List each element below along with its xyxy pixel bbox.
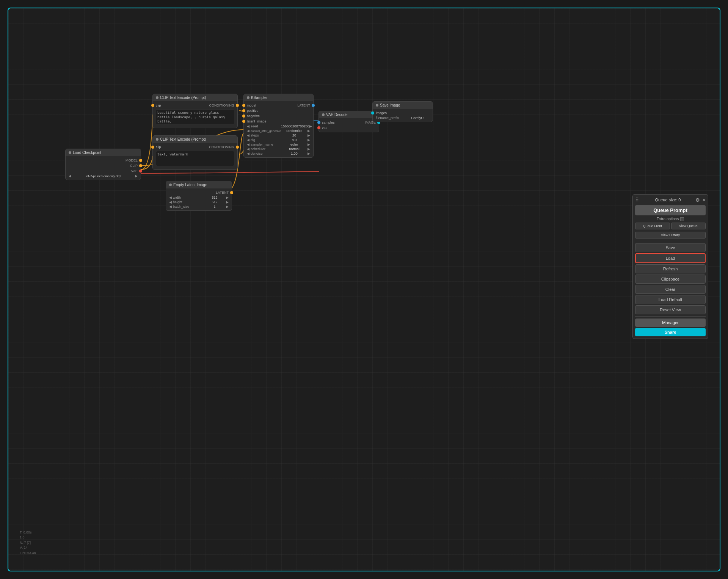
denoise-right[interactable]: ▶ <box>308 152 310 155</box>
gear-icon[interactable]: ⚙ <box>695 197 700 203</box>
load-default-button[interactable]: Load Default <box>635 295 706 304</box>
denoise-label: denoise <box>251 152 281 155</box>
clear-button[interactable]: Clear <box>635 285 706 294</box>
batch-value: 1 <box>203 205 226 209</box>
samples-label: samples <box>322 121 335 124</box>
vae-decode-body: samples IMAGE vae <box>319 118 379 132</box>
seed-label: seed <box>251 124 281 128</box>
node-dot <box>69 151 71 154</box>
canvas-area[interactable]: Load Checkpoint MODEL CLIP VAE ◀ v1-5-pr <box>8 8 720 571</box>
clip2-output-port[interactable] <box>236 146 239 149</box>
save-dot <box>376 104 378 107</box>
clip-text-encode-2-body: clip CONDITIONING <box>153 143 237 169</box>
refresh-button[interactable]: Refresh <box>635 264 706 273</box>
control-left[interactable]: ◀ <box>247 129 249 133</box>
sampler-right[interactable]: ▶ <box>308 143 310 146</box>
clip-text-encode-1-node: CLIP Text Encode (Prompt) clip CONDITION… <box>152 94 238 128</box>
latent-in-row: latent_image <box>244 119 313 124</box>
save-button[interactable]: Save <box>635 243 706 252</box>
clip-text-encode-2-header: CLIP Text Encode (Prompt) <box>153 136 237 143</box>
clip-text-encode-2-title: CLIP Text Encode (Prompt) <box>160 137 206 141</box>
vae-dot <box>322 113 325 116</box>
steps-left[interactable]: ◀ <box>247 133 249 137</box>
sampler-left[interactable]: ◀ <box>247 143 249 146</box>
images-in-label: images <box>376 111 387 115</box>
panel-header-icons: ⚙ ✕ <box>695 197 706 203</box>
clip2-input-row: clip CONDITIONING <box>153 144 237 150</box>
width-value: 512 <box>203 196 226 199</box>
vae-in-port[interactable] <box>317 126 320 129</box>
control-right[interactable]: ▶ <box>308 129 310 133</box>
latent-out-port[interactable] <box>312 104 315 107</box>
stat-line2: 1.0 <box>20 535 36 540</box>
cfg-right[interactable]: ▶ <box>308 138 310 142</box>
width-left[interactable]: ◀ <box>169 196 172 199</box>
queue-front-button[interactable]: Queue Front <box>635 223 670 229</box>
model-output-port[interactable] <box>139 159 142 162</box>
cfg-left[interactable]: ◀ <box>247 138 249 142</box>
seed-left[interactable]: ◀ <box>247 124 249 128</box>
images-in-port[interactable] <box>371 111 374 115</box>
steps-label: steps <box>251 133 281 137</box>
close-icon[interactable]: ✕ <box>702 198 706 202</box>
share-button[interactable]: Share <box>635 328 706 336</box>
ckpt-arrow-left[interactable]: ◀ <box>69 174 71 178</box>
scheduler-left[interactable]: ◀ <box>247 147 249 151</box>
batch-left[interactable]: ◀ <box>169 205 172 209</box>
reset-view-button[interactable]: Reset View <box>635 305 706 314</box>
extra-options-checkbox[interactable] <box>680 217 684 221</box>
denoise-left[interactable]: ◀ <box>247 152 249 155</box>
height-right[interactable]: ▶ <box>226 200 229 204</box>
cfg-value: 8.0 <box>281 138 308 142</box>
latent-in-label: latent_image <box>247 119 267 123</box>
height-left[interactable]: ◀ <box>169 200 172 204</box>
ckpt-value: v1-5-pruned-emaonly.ckpt <box>72 174 135 178</box>
positive-in-port[interactable] <box>242 109 245 112</box>
filename-value: ComfyUI <box>406 116 430 120</box>
load-button[interactable]: Load <box>635 253 706 263</box>
clip2-text[interactable] <box>156 151 234 166</box>
negative-in-port[interactable] <box>242 115 245 118</box>
clipspace-button[interactable]: Clipspace <box>635 275 706 284</box>
vae-in-row: vae <box>319 125 379 130</box>
latent-in-port[interactable] <box>242 120 245 123</box>
ckpt-arrow-right[interactable]: ▶ <box>135 174 138 178</box>
scheduler-label: scheduler <box>251 147 281 151</box>
seed-right[interactable]: ▶ <box>309 124 312 128</box>
control-label: control_after_generate <box>251 129 281 133</box>
samples-port[interactable] <box>317 121 320 124</box>
view-queue-button[interactable]: View Queue <box>671 223 706 229</box>
vae-in-label: vae <box>322 126 328 130</box>
vae-decode-header: VAE Decode <box>319 111 379 118</box>
clip1-input-port[interactable] <box>151 104 154 107</box>
model-output-row: MODEL <box>66 158 141 163</box>
vae-output-row: VAE <box>66 168 141 174</box>
ksampler-body: model LATENT positive negative latent_im… <box>244 101 313 157</box>
stat-v: V: 14 <box>20 545 36 551</box>
seed-field: ◀ seed 156680208700286 ▶ <box>244 124 313 129</box>
positive-in-label: positive <box>247 109 259 113</box>
view-history-button[interactable]: View History <box>635 232 706 239</box>
scheduler-right[interactable]: ▶ <box>308 147 310 151</box>
clip-text-encode-1-header: CLIP Text Encode (Prompt) <box>153 94 237 101</box>
save-image-node: Save Image images filename_prefix ComfyU… <box>372 101 433 122</box>
manager-button[interactable]: Manager <box>635 319 706 327</box>
latent-output-port[interactable] <box>230 191 233 194</box>
clip1-text[interactable] <box>156 109 234 124</box>
clip-text-encode-1-title: CLIP Text Encode (Prompt) <box>160 96 206 100</box>
save-image-body: images filename_prefix ComfyUI <box>373 109 433 122</box>
vae-output-port[interactable] <box>139 169 142 173</box>
clip1-output-port[interactable] <box>236 104 239 107</box>
sub-btns-row: Queue Front View Queue <box>635 223 706 229</box>
queue-prompt-button[interactable]: Queue Prompt <box>635 205 706 215</box>
filename-field: filename_prefix ComfyUI <box>373 116 433 120</box>
vae-decode-title: VAE Decode <box>326 113 348 117</box>
batch-right[interactable]: ▶ <box>226 205 229 209</box>
width-right[interactable]: ▶ <box>226 196 229 199</box>
clip2-input-port[interactable] <box>151 146 154 149</box>
clip-output-port[interactable] <box>139 164 142 167</box>
steps-right[interactable]: ▶ <box>308 133 310 137</box>
cfg-field: ◀ cfg 8.0 ▶ <box>244 138 313 142</box>
model-in-port[interactable] <box>242 104 245 107</box>
stats-panel: T: 0.00s 1.0 N: 7 [7] V: 14 FPS:53.48 <box>20 530 36 556</box>
